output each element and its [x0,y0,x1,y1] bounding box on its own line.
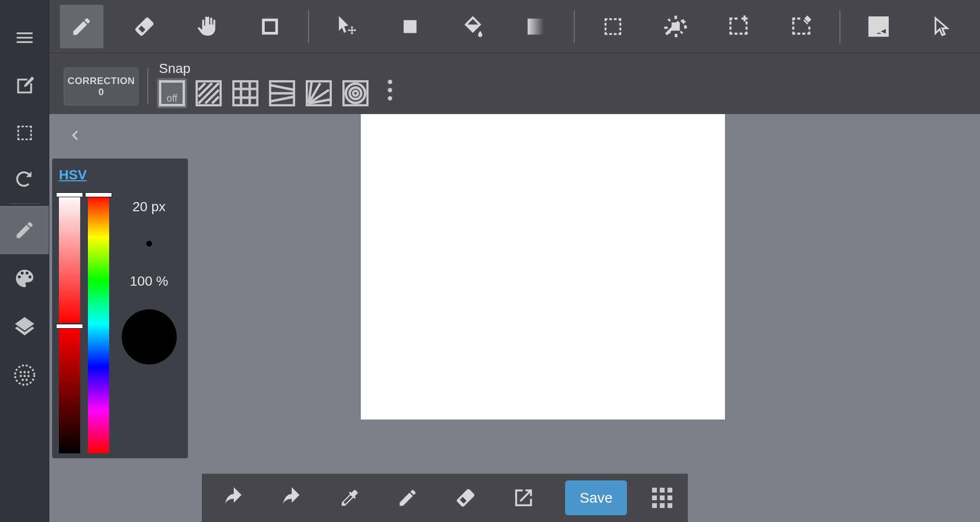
correction-label: CORRECTION [68,75,135,87]
toolbar-separator [308,10,309,43]
svg-point-37 [350,87,361,99]
crop-tool[interactable] [857,5,900,48]
hand-icon [195,14,219,39]
square-icon [259,16,281,37]
svg-point-3 [27,371,29,374]
panel-collapse[interactable] [68,125,82,148]
pointer-tool[interactable] [920,5,963,48]
more-options[interactable] [388,80,392,101]
snap-grid[interactable] [230,78,260,108]
hue-slider[interactable] [88,194,109,453]
canvas[interactable] [361,114,725,420]
marquee-add-tool[interactable] [717,5,760,48]
concentric-icon [342,80,369,106]
pencil-tool-rail[interactable] [0,206,49,254]
undo-icon [222,486,245,509]
bucket-icon [460,14,485,39]
diagonal-icon [196,80,222,106]
marquee-erase-icon [789,14,813,39]
palette-button[interactable] [0,254,49,303]
svg-point-5 [23,375,26,377]
apps-button[interactable] [652,488,672,508]
svg-line-18 [199,83,205,90]
hand-tool[interactable] [185,5,229,48]
rail-divider [10,203,39,204]
redo-icon [280,486,303,509]
layers-button[interactable] [0,303,49,351]
svg-line-19 [205,90,219,103]
sat-top-thumb[interactable] [56,192,83,197]
toolbar-separator [839,10,840,43]
save-label: Save [580,490,612,506]
bucket-tool[interactable] [451,5,495,48]
snap-concentric[interactable] [341,78,370,108]
save-button[interactable]: Save [565,480,627,515]
expand-icon [512,487,535,509]
move-select-tool[interactable] [326,5,369,48]
marquee-icon [602,15,624,38]
chevron-left-icon [68,125,82,146]
opacity-value: 100 % [130,274,168,289]
undo-button[interactable] [217,481,250,514]
hue-thumb[interactable] [85,192,112,197]
pencil-icon [397,487,418,508]
snap-off[interactable]: off [157,78,187,108]
color-panel: HSV 20 px 100 % [52,159,188,458]
snap-diagonal[interactable] [194,78,224,108]
rotate-icon [13,167,36,190]
pencil-icon [71,15,93,38]
eraser-tool[interactable] [123,5,166,48]
svg-line-17 [199,83,212,97]
svg-rect-10 [528,18,544,34]
wand-icon [664,15,687,38]
crop-icon [867,15,890,38]
snap-radial[interactable] [304,78,334,108]
expand-button[interactable] [507,481,540,514]
radial-icon [306,80,332,106]
main-area: CORRECTION 0 Snap off [49,0,980,522]
layers-icon [13,315,36,338]
saturation-value-slider[interactable] [59,194,80,455]
circle-grid-icon [13,363,36,387]
eraser-button[interactable] [449,481,482,514]
fill-solid-tool[interactable] [388,5,432,48]
toolbar-separator [574,10,575,43]
pointer-icon [931,16,952,37]
gradient-tool[interactable] [514,5,557,48]
perspective-icon [269,80,295,106]
correction-box[interactable]: CORRECTION 0 [64,68,139,105]
svg-line-29 [270,97,294,102]
shape-tool[interactable] [248,5,292,48]
color-mode-label[interactable]: HSV [59,167,87,182]
gradient-icon [525,16,546,37]
select-button[interactable] [0,110,49,156]
svg-rect-9 [404,20,417,33]
svg-line-27 [270,85,294,90]
pencil-tool[interactable] [60,5,103,48]
eraser-icon [454,486,477,509]
marquee-remove-tool[interactable] [780,5,823,48]
menu-button[interactable] [0,14,49,62]
color-info: 20 px 100 % [117,194,181,455]
edit-doc-icon [14,75,36,97]
eyedropper-icon [339,487,360,508]
move-select-icon [335,14,360,39]
rotate-button[interactable] [0,156,49,201]
snap-perspective[interactable] [267,78,297,108]
grid-icon [232,80,258,106]
svg-point-4 [19,375,22,377]
redo-button[interactable] [275,481,308,514]
wand-tool[interactable] [654,5,697,48]
brush-button[interactable] [391,481,424,514]
sat-bottom-thumb[interactable] [56,324,83,329]
marquee-tool[interactable] [591,5,635,48]
svg-point-6 [27,375,29,377]
filled-square-icon [400,17,420,36]
edit-doc-button[interactable] [0,62,49,110]
svg-point-8 [25,379,28,381]
left-rail [0,0,49,522]
pattern-button[interactable] [0,351,49,399]
eyedropper-button[interactable] [333,481,366,514]
color-swatch[interactable] [122,309,177,364]
dashed-select-icon [15,123,34,143]
